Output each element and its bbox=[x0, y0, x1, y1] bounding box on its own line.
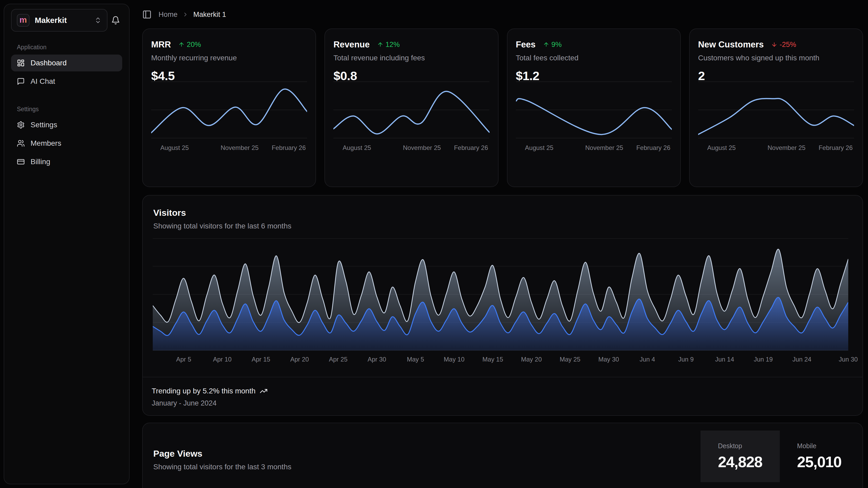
card-title: Revenue bbox=[333, 39, 370, 50]
card-value: $1.2 bbox=[516, 68, 672, 83]
application-nav: Dashboard AI Chat bbox=[11, 55, 122, 90]
x-tick-label: Apr 5 bbox=[176, 356, 191, 363]
x-tick-label: February 26 bbox=[818, 144, 852, 151]
sidebar-item-label: AI Chat bbox=[31, 77, 55, 86]
arrow-down-icon bbox=[771, 41, 777, 48]
x-tick-label: Apr 15 bbox=[251, 356, 270, 363]
stat-card-new-customers: New Customers -25% Customers who signed … bbox=[689, 28, 863, 187]
x-tick-label: November 25 bbox=[221, 144, 258, 151]
sidebar-item-ai-chat[interactable]: AI Chat bbox=[11, 73, 122, 90]
stat-cards-row: MRR 20% Monthly recurring revenue $4.5 A… bbox=[142, 28, 863, 187]
card-title: New Customers bbox=[698, 39, 764, 50]
makerkit-logo-letter: m bbox=[20, 16, 27, 24]
sidebar-toggle-button[interactable] bbox=[142, 10, 152, 19]
new-customers-x-axis: August 25November 25February 26 bbox=[698, 144, 854, 152]
x-tick-label: Apr 10 bbox=[213, 356, 232, 363]
bell-icon bbox=[111, 16, 120, 25]
x-tick-label: November 25 bbox=[768, 144, 806, 151]
stat-card-revenue: Revenue 12% Total revenue including fees… bbox=[324, 28, 498, 187]
trend-badge: 9% bbox=[543, 40, 562, 49]
visitors-area-chart bbox=[153, 238, 848, 350]
card-subtitle: Total revenue including fees bbox=[333, 54, 489, 62]
notifications-button[interactable] bbox=[109, 14, 122, 27]
x-tick-label: May 20 bbox=[521, 356, 542, 363]
dashboard-icon bbox=[17, 59, 25, 67]
x-tick-label: Jun 9 bbox=[678, 356, 694, 363]
x-tick-label: Apr 20 bbox=[290, 356, 309, 363]
mobile-label: Mobile bbox=[797, 442, 841, 450]
sidebar-item-billing[interactable]: Billing bbox=[11, 153, 122, 170]
card-value: 2 bbox=[698, 68, 854, 83]
mrr-x-axis: August 25November 25February 26 bbox=[151, 144, 307, 152]
sidebar-section-settings: Settings bbox=[17, 106, 122, 113]
x-tick-label: Jun 4 bbox=[640, 356, 655, 363]
page-views-panel: Page Views Showing total visitors for th… bbox=[142, 423, 863, 488]
x-tick-label: Apr 30 bbox=[368, 356, 386, 363]
credit-card-icon bbox=[17, 158, 25, 166]
users-icon bbox=[17, 139, 25, 147]
x-tick-label: May 30 bbox=[598, 356, 619, 363]
card-subtitle: Monthly recurring revenue bbox=[151, 54, 307, 62]
revenue-sparkline-chart bbox=[333, 81, 489, 138]
x-tick-label: May 10 bbox=[444, 356, 465, 363]
x-tick-label: August 25 bbox=[707, 144, 736, 151]
main-content: Home Makerkit 1 MRR 20% Monthly recurrin… bbox=[142, 0, 863, 488]
sidebar-header: m Makerkit bbox=[11, 9, 122, 32]
sidebar-item-members[interactable]: Members bbox=[11, 135, 122, 152]
x-tick-label: November 25 bbox=[403, 144, 441, 151]
mobile-value: 25,010 bbox=[797, 453, 841, 470]
sidebar-item-settings[interactable]: Settings bbox=[11, 116, 122, 133]
visitors-subtitle: Showing total visitors for the last 6 mo… bbox=[153, 222, 852, 230]
sidebar: m Makerkit Application Dashboard bbox=[4, 4, 130, 484]
breadcrumb: Home Makerkit 1 bbox=[158, 10, 226, 19]
x-tick-label: Jun 19 bbox=[754, 356, 773, 363]
x-tick-label: Jun 30 bbox=[839, 356, 858, 363]
trend-badge: 20% bbox=[178, 40, 201, 49]
x-tick-label: August 25 bbox=[525, 144, 553, 151]
sidebar-item-label: Dashboard bbox=[31, 59, 67, 67]
trend-badge: -25% bbox=[771, 40, 796, 49]
x-tick-label: Jun 14 bbox=[715, 356, 734, 363]
x-tick-label: Jun 24 bbox=[793, 356, 811, 363]
desktop-label: Desktop bbox=[718, 442, 762, 450]
mrr-sparkline-chart bbox=[151, 81, 307, 138]
x-tick-label: May 5 bbox=[407, 356, 424, 363]
sidebar-item-dashboard[interactable]: Dashboard bbox=[11, 55, 122, 71]
visitors-panel: Visitors Showing total visitors for the … bbox=[142, 195, 863, 416]
trend-badge: 12% bbox=[377, 40, 400, 49]
chat-icon bbox=[17, 78, 25, 85]
new-customers-sparkline-chart bbox=[698, 81, 854, 138]
trend-text: Trending up by 5.2% this month bbox=[152, 387, 255, 395]
topbar: Home Makerkit 1 bbox=[142, 6, 863, 23]
card-title: Fees bbox=[516, 39, 536, 50]
x-tick-label: August 25 bbox=[160, 144, 189, 151]
card-title: MRR bbox=[151, 39, 171, 50]
sidebar-item-label: Settings bbox=[31, 121, 57, 129]
visitors-title: Visitors bbox=[153, 208, 852, 218]
x-tick-label: Apr 25 bbox=[329, 356, 348, 363]
trending-up-icon bbox=[260, 387, 268, 395]
chevron-right-icon bbox=[182, 11, 189, 18]
mobile-stat-button[interactable]: Mobile 25,010 bbox=[780, 431, 859, 482]
x-tick-label: May 25 bbox=[560, 356, 581, 363]
breadcrumb-current: Makerkit 1 bbox=[193, 10, 226, 19]
x-tick-label: May 15 bbox=[483, 356, 503, 363]
visitors-footer: Trending up by 5.2% this month January -… bbox=[143, 377, 863, 415]
desktop-stat-button[interactable]: Desktop 24,828 bbox=[701, 431, 779, 482]
breadcrumb-home[interactable]: Home bbox=[158, 10, 178, 19]
fees-sparkline-chart bbox=[516, 81, 672, 138]
team-selector[interactable]: m Makerkit bbox=[11, 9, 107, 32]
trend-period: January - June 2024 bbox=[152, 399, 852, 407]
x-tick-label: February 26 bbox=[272, 144, 306, 151]
sidebar-item-label: Billing bbox=[31, 157, 50, 166]
panel-left-icon bbox=[142, 10, 152, 19]
gear-icon bbox=[17, 121, 25, 129]
sidebar-item-label: Members bbox=[31, 139, 61, 148]
visitors-x-axis: Apr 5Apr 10Apr 15Apr 20Apr 25Apr 30May 5… bbox=[153, 356, 848, 365]
x-tick-label: November 25 bbox=[585, 144, 623, 151]
card-value: $4.5 bbox=[151, 68, 307, 83]
card-subtitle: Customers who signed up this month bbox=[698, 54, 854, 62]
page-views-toggle: Desktop 24,828 Mobile 25,010 bbox=[701, 431, 859, 482]
stat-card-mrr: MRR 20% Monthly recurring revenue $4.5 A… bbox=[142, 28, 316, 187]
arrow-up-icon bbox=[178, 41, 185, 48]
